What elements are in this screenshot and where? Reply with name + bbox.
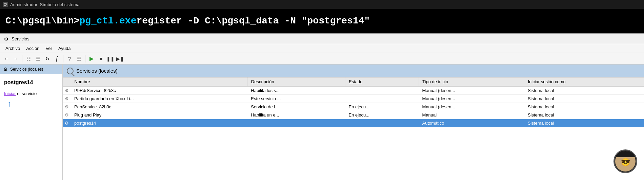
toolbar: ← → ☷ ☰ ↻ ⎛ ? ☷ ▶ ■ ❚❚ ▶❚ <box>0 53 644 65</box>
cmd-title-text: Administrador: Símbolo del sistema <box>10 2 79 7</box>
table-header-row: Nombre Descripción Estado Tipo de inicio… <box>63 77 644 86</box>
avatar-glasses: 😎 <box>621 158 630 167</box>
sidebar-iniciar-link[interactable]: Iniciar <box>4 91 16 96</box>
table-row[interactable]: ⚙Partida guardada en Xbox Li...Este serv… <box>63 95 644 103</box>
list-search-icon <box>67 68 74 74</box>
refresh-button[interactable]: ↻ <box>43 54 52 63</box>
col-tipo-inicio[interactable]: Tipo de inicio <box>419 77 524 86</box>
show-list-button[interactable]: ☷ <box>24 54 33 63</box>
services-gear-icon: ⚙ <box>3 36 9 42</box>
row-cell <box>345 119 419 127</box>
sidebar-header[interactable]: ⚙ Servicios (locales) <box>0 65 62 74</box>
menu-ayuda[interactable]: Ayuda <box>56 46 74 51</box>
menu-archivo[interactable]: Archivo <box>3 46 23 51</box>
col-estado[interactable]: Estado <box>345 77 419 86</box>
sidebar-service-name: postgres14 <box>4 79 58 86</box>
row-cell: Partida guardada en Xbox Li... <box>71 95 247 103</box>
row-cell: Sistema local <box>524 86 644 95</box>
forward-button[interactable]: → <box>12 54 20 63</box>
row-cell: Manual <box>419 111 524 119</box>
cmd-prompt: C:\pgsql\bin> <box>5 15 79 27</box>
toolbar-separator-1 <box>22 55 22 62</box>
row-cell: Habilita un e... <box>247 111 345 119</box>
sidebar: ⚙ Servicios (locales) postgres14 Iniciar… <box>0 65 63 180</box>
cmd-args: register -D C:\pgsql_data -N "postgres14… <box>136 15 370 27</box>
row-gear-icon: ⚙ <box>63 119 71 127</box>
toolbar-separator-3 <box>85 55 85 62</box>
help-button[interactable]: ? <box>65 54 74 63</box>
row-gear-icon: ⚙ <box>63 103 71 111</box>
row-cell <box>345 95 419 103</box>
row-cell <box>247 119 345 127</box>
main-content: ⚙ Servicios (locales) postgres14 Iniciar… <box>0 65 644 180</box>
step-button[interactable]: ▶❚ <box>116 54 124 63</box>
row-cell: P9RdrService_82b3c <box>71 86 247 95</box>
avatar-face: 😎 <box>615 151 636 172</box>
row-cell: postgres14 <box>71 119 247 127</box>
export-button[interactable]: ⎛ <box>53 54 61 63</box>
sidebar-action-text: el servicio <box>17 91 37 96</box>
row-gear-icon: ⚙ <box>63 86 71 95</box>
col-icon[interactable] <box>63 77 71 86</box>
menu-ver[interactable]: Ver <box>43 46 55 51</box>
sidebar-content-area: postgres14 Iniciar el servicio ↑ <box>0 74 62 114</box>
cmd-area: C:\pgsql\bin> pg_ctl.exe register -D C:\… <box>0 9 644 33</box>
row-cell: Habilita los s... <box>247 86 345 95</box>
col-nombre[interactable]: Nombre <box>71 77 247 86</box>
services-list-title: Servicios (locales) <box>76 68 118 74</box>
row-cell: Sistema local <box>524 103 644 111</box>
cmd-command: pg_ctl.exe <box>79 15 136 27</box>
row-cell: Sistema local <box>524 95 644 103</box>
services-list-header: Servicios (locales) <box>63 65 644 77</box>
play-button[interactable]: ▶ <box>87 54 96 63</box>
services-title-text: Servicios <box>12 36 29 41</box>
row-cell: En ejecu... <box>345 103 419 111</box>
row-gear-icon: ⚙ <box>63 95 71 103</box>
row-cell: Este servicio ... <box>247 95 345 103</box>
services-list-area: Servicios (locales) Nombre Descripción E… <box>63 65 644 180</box>
cmd-title-bar: C\ Administrador: Símbolo del sistema <box>0 0 644 9</box>
stop-button[interactable]: ■ <box>97 54 105 63</box>
back-button[interactable]: ← <box>2 54 11 63</box>
table-row[interactable]: ⚙P9RdrService_82b3cHabilita los s...Manu… <box>63 86 644 95</box>
services-window: ⚙ Servicios Archivo Acción Ver Ayuda ← →… <box>0 33 644 180</box>
pause-button[interactable]: ❚❚ <box>106 54 115 63</box>
row-cell: Automático <box>419 119 524 127</box>
table-row[interactable]: ⚙PenService_82b3cServicio de l...En ejec… <box>63 103 644 111</box>
props-button[interactable]: ☷ <box>75 54 83 63</box>
table-row[interactable]: ⚙Plug and PlayHabilita un e...En ejecu..… <box>63 111 644 119</box>
avatar: 😎 <box>613 149 637 173</box>
sidebar-header-text: Servicios (locales) <box>10 67 43 72</box>
row-cell: Plug and Play <box>71 111 247 119</box>
row-cell: Servicio de l... <box>247 103 345 111</box>
row-cell: Sistema local <box>524 119 644 127</box>
row-gear-icon: ⚙ <box>63 111 71 119</box>
row-cell: Manual (desen... <box>419 95 524 103</box>
show-details-button[interactable]: ☰ <box>34 54 42 63</box>
table-row[interactable]: ⚙postgres14AutomáticoSistema local <box>63 119 644 127</box>
services-table: Nombre Descripción Estado Tipo de inicio… <box>63 77 644 180</box>
menu-accion[interactable]: Acción <box>23 46 42 51</box>
menu-bar: Archivo Acción Ver Ayuda <box>0 44 644 53</box>
cmd-icon: C\ <box>3 2 8 7</box>
sidebar-action-container: Iniciar el servicio <box>4 91 58 96</box>
row-cell: PenService_82b3c <box>71 103 247 111</box>
row-cell <box>345 86 419 95</box>
toolbar-separator-2 <box>63 55 63 62</box>
row-cell: Sistema local <box>524 111 644 119</box>
col-iniciar-sesion[interactable]: Iniciar sesión como <box>524 77 644 86</box>
sidebar-up-arrow: ↑ <box>7 99 58 108</box>
row-cell: En ejecu... <box>345 111 419 119</box>
services-title-bar: ⚙ Servicios <box>0 34 644 44</box>
row-cell: Manual (desen... <box>419 86 524 95</box>
col-descripcion[interactable]: Descripción <box>247 77 345 86</box>
sidebar-gear-icon: ⚙ <box>3 67 8 72</box>
row-cell: Manual (desen... <box>419 103 524 111</box>
avatar-hair <box>615 151 636 157</box>
